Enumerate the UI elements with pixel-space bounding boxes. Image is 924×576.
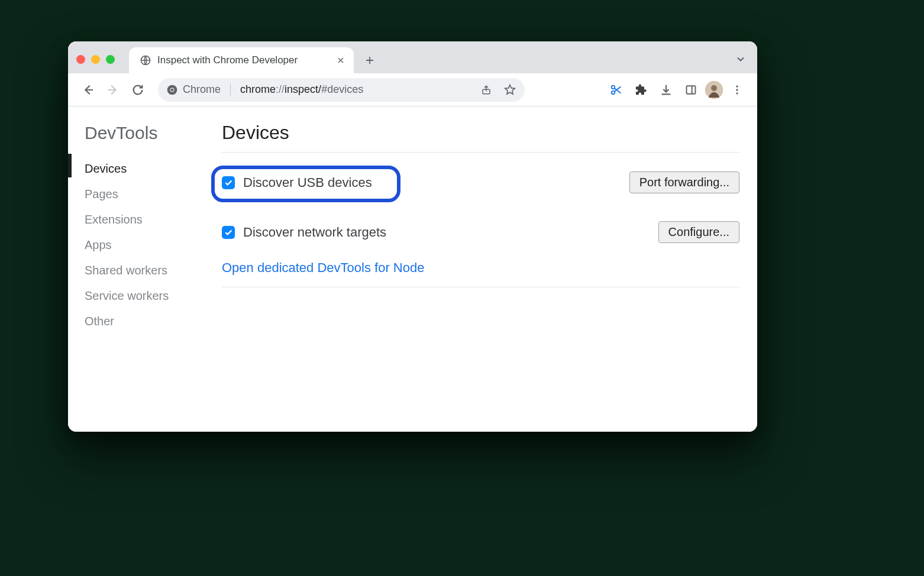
close-tab-button[interactable] [336, 56, 345, 65]
main-panel: Devices Discover USB devices Port forwar… [216, 106, 757, 432]
network-checkbox[interactable] [222, 226, 235, 239]
forward-button[interactable] [102, 79, 124, 101]
sidebar-item-other[interactable]: Other [85, 309, 205, 334]
usb-label: Discover USB devices [243, 175, 372, 190]
scissors-icon[interactable] [606, 79, 627, 101]
sidebar-item-shared-workers[interactable]: Shared workers [85, 258, 205, 283]
page-content: DevTools Devices Pages Extensions Apps S… [68, 106, 757, 432]
sidebar-item-pages[interactable]: Pages [85, 182, 205, 207]
divider [222, 152, 739, 153]
minimize-window-button[interactable] [91, 55, 100, 64]
profile-avatar[interactable] [705, 81, 723, 99]
side-panel-button[interactable] [680, 79, 702, 101]
active-marker [68, 154, 72, 177]
chrome-chip: Chrome [166, 83, 221, 96]
svg-point-10 [736, 85, 738, 87]
close-window-button[interactable] [76, 55, 85, 64]
svg-point-5 [612, 85, 615, 89]
tab-strip: Inspect with Chrome Developer [68, 41, 757, 73]
bookmark-button[interactable] [501, 81, 519, 99]
browser-tab[interactable]: Inspect with Chrome Developer [129, 47, 354, 73]
sidebar-item-service-workers[interactable]: Service workers [85, 283, 205, 309]
sidebar-item-apps[interactable]: Apps [85, 232, 205, 258]
configure-button[interactable]: Configure... [658, 221, 739, 243]
reload-button[interactable] [127, 79, 148, 101]
usb-row: Discover USB devices Port forwarding... [222, 164, 739, 201]
url-text: chrome://inspect/#devices [240, 83, 471, 96]
window-controls [76, 55, 115, 64]
usb-checkbox[interactable] [222, 176, 235, 189]
svg-point-6 [612, 90, 615, 94]
svg-point-3 [171, 88, 174, 91]
node-link-row: Open dedicated DevTools for Node [222, 251, 739, 287]
downloads-button[interactable] [655, 79, 677, 101]
network-row: Discover network targets Configure... [222, 214, 739, 251]
address-bar[interactable]: Chrome chrome://inspect/#devices [158, 78, 525, 102]
tab-list-button[interactable] [735, 53, 747, 65]
menu-button[interactable] [726, 79, 748, 101]
svg-rect-7 [687, 86, 696, 93]
chrome-icon [166, 84, 178, 96]
back-button[interactable] [77, 79, 99, 101]
globe-icon [140, 54, 151, 66]
tab-title: Inspect with Chrome Developer [157, 54, 330, 66]
sidebar: DevTools Devices Pages Extensions Apps S… [68, 106, 216, 432]
maximize-window-button[interactable] [106, 55, 115, 64]
sidebar-item-devices[interactable]: Devices [85, 156, 205, 182]
chip-separator [230, 83, 231, 96]
page-heading: Devices [222, 122, 739, 144]
node-devtools-link[interactable]: Open dedicated DevTools for Node [222, 260, 424, 276]
extensions-button[interactable] [631, 79, 652, 101]
svg-point-11 [736, 89, 738, 90]
share-button[interactable] [477, 81, 495, 99]
sidebar-item-extensions[interactable]: Extensions [85, 207, 205, 232]
port-forwarding-button[interactable]: Port forwarding... [629, 171, 739, 193]
svg-point-12 [736, 92, 738, 94]
toolbar: Chrome chrome://inspect/#devices [68, 73, 757, 106]
sidebar-title: DevTools [85, 123, 205, 143]
new-tab-button[interactable] [360, 50, 380, 70]
chip-label: Chrome [183, 83, 221, 96]
svg-point-9 [711, 85, 717, 91]
network-label: Discover network targets [243, 225, 386, 240]
browser-window: Inspect with Chrome Developer [68, 41, 757, 432]
toolbar-right [606, 79, 748, 101]
